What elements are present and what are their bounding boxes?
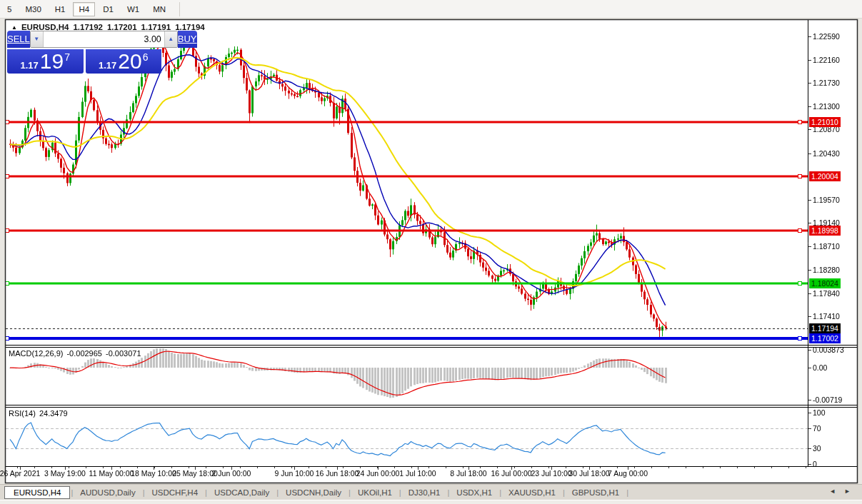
timeframe-button-mn[interactable]: MN (147, 2, 171, 16)
macd-tick-label: 0.00 (813, 363, 827, 372)
sell-price-prefix: 1.17 (21, 60, 39, 71)
timeframe-toolbar: 5M30H1H4D1W1MN (0, 0, 862, 19)
buy-price-pip: 6 (143, 51, 149, 63)
tab-scroll-arrows: ◄ ► (829, 488, 851, 495)
price-tick-label: 1.22590 (813, 32, 840, 41)
toolbar-separator (179, 2, 180, 16)
buy-price-main: 20 (118, 51, 141, 72)
chart-tab-bar: EURUSD,H4|AUDUSD,Daily|USDCHF,H4|USDCAD,… (0, 484, 862, 500)
tab-scroll-right-icon[interactable]: ► (844, 488, 851, 495)
tab-separator: | (626, 488, 628, 497)
price-line-label: 1.20004 (809, 171, 841, 181)
volume-decrease-button[interactable]: ▼ (31, 31, 44, 47)
volume-spinner: ▼ ▲ (30, 31, 178, 48)
volume-increase-button[interactable]: ▲ (164, 31, 177, 47)
buy-price-button[interactable]: 1.17 20 6 (86, 49, 162, 74)
time-tick-label: 26 Apr 2021 (0, 469, 40, 478)
price-tick-label: 1.17840 (813, 289, 840, 298)
price-line-label: 1.21010 (809, 117, 841, 127)
rsi-indicator-label: RSI(14) 24.3479 (9, 409, 68, 418)
chart-tab-usdx[interactable]: USDX,H1 (450, 487, 498, 498)
chart-canvas[interactable] (0, 0, 862, 504)
time-tick-label: 23 Jul 10:00 (531, 469, 571, 478)
timeframe-button-m30[interactable]: M30 (19, 2, 46, 16)
tab-separator: | (499, 488, 501, 497)
tab-separator: | (276, 488, 279, 497)
tab-separator: | (71, 488, 73, 497)
chart-tab-eurusd[interactable]: EURUSD,H4 (4, 486, 70, 499)
price-tick-label: 1.21730 (813, 79, 840, 87)
time-tick-label: 3 May 19:00 (44, 469, 86, 478)
one-click-trading-panel: SELL ▼ ▲ BUY 1.17 19 7 1.17 20 6 (7, 31, 161, 74)
rsi-tick-label: 30 (813, 444, 821, 453)
tab-separator: | (447, 488, 449, 497)
time-tick-label: 16 Jul 00:00 (491, 469, 531, 478)
time-tick-label: 8 Jul 18:00 (450, 469, 486, 478)
chart-tab-usdchf[interactable]: USDCHF,H4 (146, 487, 205, 498)
sell-price-button[interactable]: 1.17 19 7 (7, 49, 84, 74)
volume-input[interactable] (44, 31, 164, 47)
sell-price-pip: 7 (64, 51, 70, 63)
rsi-name: RSI(14) (9, 409, 36, 418)
timeframe-button-w1[interactable]: W1 (121, 2, 145, 16)
timeframe-button-h1[interactable]: H1 (49, 2, 71, 16)
chart-tab-ukoil[interactable]: UKOil,H1 (351, 487, 399, 498)
timeframe-button-5[interactable]: 5 (1, 2, 17, 16)
tab-separator: | (205, 488, 207, 497)
time-tick-label: 1 Jul 10:00 (399, 469, 436, 478)
price-line-label: 1.18024 (809, 278, 841, 288)
rsi-tick-label: 0 (813, 460, 817, 468)
sell-button[interactable]: SELL (7, 31, 30, 48)
price-tick-label: 1.21300 (813, 102, 840, 111)
time-tick-label: 7 Aug 00:00 (608, 469, 648, 478)
tab-separator: | (399, 488, 401, 497)
price-tick-label: 1.18710 (813, 242, 840, 251)
price-tick-label: 1.22160 (813, 56, 840, 64)
macd-tick-label: 0.003873 (813, 346, 844, 354)
tab-scroll-left-icon[interactable]: ◄ (829, 488, 836, 495)
timeframe-button-d1[interactable]: D1 (97, 2, 119, 16)
price-tick-label: 1.20430 (813, 149, 840, 158)
status-strip (0, 500, 862, 504)
macd-tick-label: -0.00719 (813, 395, 842, 404)
chart-tab-xauusd[interactable]: XAUUSD,H1 (502, 487, 562, 498)
chart-tab-dj30[interactable]: DJ30,H1 (402, 487, 447, 498)
time-tick-label: 9 Jun 10:00 (275, 469, 314, 478)
rsi-value: 24.3479 (39, 409, 68, 418)
price-tick-label: 1.18280 (813, 266, 840, 274)
buy-price-prefix: 1.17 (99, 60, 116, 71)
price-axis[interactable]: 1.225901.221601.217301.213001.208701.204… (808, 19, 862, 467)
tab-separator: | (563, 488, 565, 497)
macd-value-1: -0.002965 (66, 349, 102, 358)
collapse-panel-icon[interactable]: ▲ (11, 24, 17, 31)
chart-tabs: EURUSD,H4|AUDUSD,Daily|USDCHF,H4|USDCAD,… (4, 486, 629, 499)
chart-tab-usdcad[interactable]: USDCAD,Daily (208, 487, 276, 498)
buy-button[interactable]: BUY (178, 31, 197, 48)
rsi-tick-label: 100 (813, 408, 826, 417)
price-tick-label: 1.19570 (813, 196, 840, 204)
tab-separator: | (349, 488, 351, 497)
time-tick-label: 30 Jul 18:00 (568, 469, 609, 478)
mt4-terminal: 5M30H1H4D1W1MN ▲ EURUSD,H4 1.17192 1.172… (0, 0, 862, 504)
price-tick-label: 1.17410 (813, 312, 840, 321)
macd-name: MACD(12,26,9) (9, 349, 63, 358)
rsi-tick-label: 70 (813, 424, 821, 433)
macd-value-2: -0.003071 (106, 349, 141, 358)
time-tick-label: 16 Jun 18:00 (316, 469, 359, 478)
time-tick-label: 2 Jun 00:00 (212, 469, 251, 478)
price-line-label: 1.18998 (809, 226, 841, 236)
timeframe-button-h4[interactable]: H4 (73, 2, 95, 16)
sell-price-main: 19 (40, 51, 64, 72)
price-line-label: 1.17002 (809, 333, 841, 343)
chart-tab-gbpusd[interactable]: GBPUSD,H1 (566, 487, 626, 498)
tab-separator: | (143, 488, 145, 497)
time-tick-label: 11 May 00:00 (89, 469, 134, 478)
time-tick-label: 25 May 18:00 (172, 469, 218, 478)
macd-indicator-label: MACD(12,26,9) -0.002965 -0.003071 (9, 349, 141, 358)
chart-tab-audusd[interactable]: AUDUSD,Daily (74, 487, 141, 498)
price-line-label: 1.17194 (809, 323, 841, 333)
time-tick-label: 24 Jun 00:00 (356, 469, 400, 478)
time-tick-label: 18 May 10:00 (131, 469, 176, 478)
time-axis[interactable]: 26 Apr 20213 May 19:0011 May 00:0018 May… (5, 466, 808, 482)
chart-tab-usdcnh[interactable]: USDCNH,Daily (279, 487, 348, 498)
